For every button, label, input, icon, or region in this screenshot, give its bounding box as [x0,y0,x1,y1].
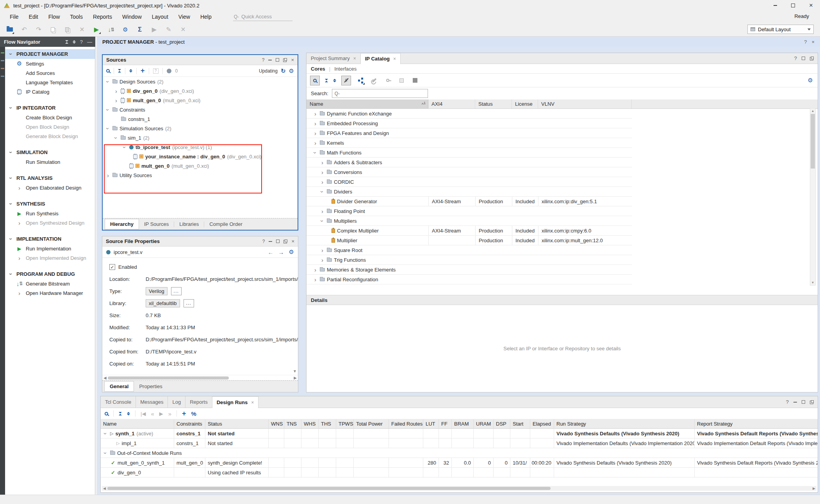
tab-general[interactable]: General [104,381,134,392]
ip-category-row[interactable]: ›Kernels [307,138,632,148]
sidebar-item-add-sources[interactable]: Add Sources [5,68,95,78]
column-axi4[interactable]: AXI4 [428,99,475,108]
percent-icon[interactable]: % [191,410,196,417]
ip-category-row[interactable]: ›Multipliers [307,216,632,226]
tab-log[interactable]: Log [168,396,185,408]
chevron-expanded-icon[interactable]: › [9,105,14,110]
column-name[interactable]: Name [101,419,174,429]
ip-category-row[interactable]: ›Embedded Processing [307,119,632,128]
chevron-expanded-icon[interactable]: › [105,107,111,112]
sidebar-item-create-block-design[interactable]: Create Block Design [5,113,95,122]
float-panel-icon[interactable] [810,57,814,60]
sidebar-section-simulation[interactable]: › SIMULATION [5,147,95,157]
chevron-collapsed-icon[interactable]: › [313,267,318,272]
settings-button[interactable]: ⚙ [121,25,130,34]
chevron-expanded-icon[interactable]: › [9,176,14,181]
stop-button[interactable] [411,76,419,85]
undo-button[interactable]: ↶ [20,25,29,34]
chevron-collapsed-icon[interactable]: › [114,98,119,103]
column-name[interactable]: Name ^1 [307,99,428,108]
sidebar-section-program-and-debug[interactable]: › PROGRAM AND DEBUG [5,269,95,279]
float-panel-icon[interactable] [283,240,287,243]
chevron-expanded-icon[interactable]: › [9,236,14,241]
scroll-down-icon[interactable]: ▼ [293,369,297,373]
cancel-button[interactable]: ✕ [179,25,187,34]
sidebar-item-run-simulation[interactable]: Run Simulation [5,157,95,167]
gear-icon[interactable]: ⚙ [289,248,294,256]
float-panel-icon[interactable] [810,400,814,404]
column-uram[interactable]: URAM [474,419,494,429]
customize-ip-button[interactable] [370,76,378,85]
tab-libraries[interactable]: Libraries [174,219,204,229]
open-project-button[interactable] [5,25,14,34]
messages-filter-icon[interactable] [167,69,171,73]
maximize-panel-icon[interactable] [276,58,279,62]
column-failed-routes[interactable]: Failed Routes [389,419,423,429]
ip-search-input[interactable] [332,89,428,98]
scrollbar-thumb[interactable] [108,376,229,380]
collapse-all-icon[interactable] [325,79,328,82]
help-icon[interactable]: ? [786,399,789,405]
subtab-cores[interactable]: Cores [311,66,325,72]
close-icon[interactable]: × [811,39,815,45]
tree-item-tb-ipcore-test[interactable]: › tb_ipcore_test(ipcore_test.v) (1) [103,142,298,152]
ip-category-row[interactable]: ›Dividers [307,187,632,197]
column-whs[interactable]: WHS [301,419,319,429]
tab-reports[interactable]: Reports [185,396,212,408]
sidebar-item-language-templates[interactable]: Language Templates [5,78,95,87]
ip-category-row[interactable]: ›FPGA Features and Design [307,128,632,138]
minimize-panel-icon[interactable] [793,402,797,403]
help-icon[interactable]: ? [794,55,797,61]
chevron-collapsed-icon[interactable]: › [320,160,325,165]
chevron-collapsed-icon[interactable]: › [313,140,318,146]
chevron-collapsed-icon[interactable]: › [320,179,325,185]
column-status[interactable]: Status [475,99,512,108]
vertical-scrollbar[interactable]: ▲ ▼ [810,108,816,286]
filter-toggle-button[interactable]: # [341,76,351,85]
column-vlnv[interactable]: VLNV [538,99,632,108]
minimize-panel-icon[interactable] [269,241,272,242]
scroll-down-icon[interactable]: ▼ [810,281,815,284]
maximize-panel-icon[interactable] [276,240,280,243]
subtab-interfaces[interactable]: Interfaces [334,66,357,72]
sidebar-section-synthesis[interactable]: › SYNTHESIS [5,199,95,209]
collapse-all-icon[interactable] [65,40,68,44]
tab-hierarchy[interactable]: Hierarchy [105,219,139,229]
run-button[interactable]: ▶ [92,25,101,34]
license-button[interactable] [383,76,392,85]
column-dsp[interactable]: DSP [494,419,510,429]
quick-access-search[interactable]: Q- Quick Access [233,12,292,21]
run-row-synth-1[interactable]: › ▷ synth_1 (active) [101,429,174,438]
scroll-right-icon[interactable]: ▶ [294,376,297,380]
library-field[interactable]: xil_defaultlib [146,299,180,307]
properties-panel-header[interactable]: Source File Properties ? × [102,236,298,247]
chevron-expanded-icon[interactable]: › [320,189,325,194]
ip-category-row[interactable]: ›CORDIC [307,177,632,187]
column-ths[interactable]: THS [319,419,336,429]
library-browse-button[interactable]: ... [184,299,194,307]
tab-properties[interactable]: Properties [134,382,167,391]
copy-button[interactable] [49,25,57,34]
collapse-all-icon[interactable] [119,412,122,415]
tab-ip-catalog[interactable]: IP Catalog× [361,53,401,64]
ip-category-row[interactable]: ›Floating Point [307,206,632,216]
group-by-button[interactable] [356,76,365,85]
skip-to-start-icon[interactable]: |◀ [141,411,146,417]
step-forward-icon[interactable]: » [168,410,171,417]
layout-selector[interactable]: Default Layout [747,25,814,34]
chevron-expanded-icon[interactable]: › [9,51,14,57]
enabled-checkbox[interactable]: ✓ [109,264,115,270]
sidebar-section-project-manager[interactable]: › PROJECT MANAGER [5,49,95,59]
run-row-mult-gen-0-synth-1[interactable]: ✓ mult_gen_0_synth_1 [101,458,174,468]
collapse-all-icon[interactable] [118,69,121,73]
chevron-expanded-icon[interactable]: › [114,135,119,140]
ip-core-row-complex-multiplier[interactable]: Complex Multiplier AXI4-Stream Productio… [307,226,632,236]
gear-icon[interactable]: ⚙ [808,77,813,83]
menu-layout[interactable]: Layout [147,14,173,20]
ip-category-row[interactable]: ›Conversions [307,167,632,177]
tree-item-utility-sources[interactable]: › Utility Sources [103,170,298,180]
tree-item-your-instance-name[interactable]: your_instance_name : div_gen_0(div_gen_0… [103,152,298,161]
sidebar-item-open-hardware-manager[interactable]: ›Open Hardware Manager [5,288,95,298]
menu-reports[interactable]: Reports [88,14,117,20]
ip-category-row[interactable]: ›Partial Reconfiguration [307,275,632,284]
